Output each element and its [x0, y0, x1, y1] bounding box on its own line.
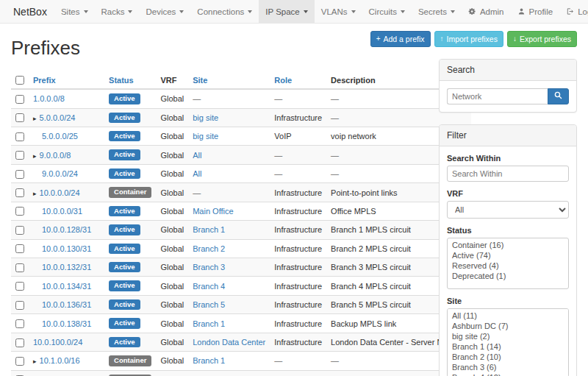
expand-icon[interactable]: ▸ — [33, 152, 37, 160]
filter-option[interactable]: Branch 1 (14) — [449, 341, 567, 352]
status-badge: Active — [109, 93, 140, 104]
prefix-link[interactable]: 10.1.0.0/16 — [40, 356, 80, 365]
row-checkbox[interactable] — [15, 319, 24, 328]
row-checkbox[interactable] — [15, 113, 24, 122]
prefix-link[interactable]: 10.0.0.0/31 — [42, 207, 82, 216]
column-header-vrf: VRF — [156, 71, 188, 89]
table-row: 10.0.0.0/31ActiveGlobalMain OfficeInfras… — [11, 202, 471, 220]
row-checkbox[interactable] — [15, 301, 24, 310]
chevron-down-icon — [351, 10, 356, 13]
search-button[interactable] — [548, 88, 569, 104]
chevron-down-icon — [128, 10, 132, 13]
nav-item-sites[interactable]: Sites — [54, 0, 95, 23]
row-checkbox[interactable] — [15, 226, 24, 235]
site-link[interactable]: big site — [193, 132, 218, 141]
status-multiselect[interactable]: Container (16)Active (74)Reserved (4)Dep… — [447, 238, 569, 289]
filter-option[interactable]: Deprecated (1) — [449, 271, 567, 281]
site-link[interactable]: Branch 1 — [193, 225, 225, 234]
row-checkbox[interactable] — [15, 207, 24, 216]
prefix-link[interactable]: 10.0.0.128/31 — [42, 225, 91, 234]
site-cell: big site — [188, 127, 270, 145]
nav-item-devices[interactable]: Devices — [139, 0, 190, 23]
site-link[interactable]: Main Office — [193, 207, 233, 216]
nav-item-label: Connections — [197, 7, 244, 16]
filter-option[interactable]: Reserved (4) — [449, 260, 567, 271]
row-checkbox[interactable] — [15, 338, 24, 347]
site-link[interactable]: Branch 1 — [193, 356, 225, 365]
row-checkbox[interactable] — [15, 151, 24, 160]
nav-item-ip-space[interactable]: IP Space — [259, 0, 314, 23]
nav-item-secrets[interactable]: Secrets — [412, 0, 462, 23]
filter-option[interactable]: Branch 3 (6) — [449, 362, 567, 372]
vrf-filter-label: VRF — [447, 189, 569, 198]
site-link[interactable]: big site — [193, 113, 218, 122]
row-checkbox[interactable] — [15, 357, 24, 366]
profile-link[interactable]: Profile — [511, 0, 560, 23]
prefix-link[interactable]: 10.0.0.132/31 — [42, 263, 91, 272]
vrf-select[interactable]: All — [447, 201, 569, 219]
export-prefixes-button[interactable]: ↓ Export prefixes — [507, 31, 577, 47]
site-link[interactable]: Branch 1 — [193, 319, 225, 328]
row-checkbox[interactable] — [15, 263, 24, 272]
row-checkbox[interactable] — [15, 170, 24, 179]
role-cell: Infrastructure — [270, 202, 326, 220]
site-link[interactable]: Branch 2 — [193, 244, 225, 253]
column-header-role[interactable]: Role — [270, 71, 326, 89]
nav-item-connections[interactable]: Connections — [190, 0, 259, 23]
filter-option[interactable]: All (11) — [449, 311, 567, 321]
prefix-link[interactable]: 10.0.0.138/31 — [42, 319, 91, 328]
prefix-link[interactable]: 10.0.0.134/31 — [42, 282, 91, 291]
upload-icon: ↑ — [440, 35, 444, 43]
expand-icon[interactable]: ▸ — [33, 190, 37, 197]
prefix-link[interactable]: 9.0.0.0/24 — [42, 169, 78, 178]
prefix-link[interactable]: 10.0.0.130/31 — [42, 244, 91, 253]
logout-link[interactable]: Log out — [559, 0, 588, 23]
column-header-prefix[interactable]: Prefix — [29, 71, 104, 89]
row-checkbox[interactable] — [15, 95, 24, 104]
prefix-link[interactable]: 1.0.0.0/8 — [33, 94, 65, 103]
prefix-link[interactable]: 10.0.100.0/24 — [33, 338, 82, 347]
site-link[interactable]: London Data Center — [193, 338, 265, 347]
filter-option[interactable]: Container (16) — [449, 240, 567, 250]
column-header-site[interactable]: Site — [188, 71, 270, 89]
site-link[interactable]: All — [193, 169, 201, 178]
filter-option[interactable]: big site (2) — [449, 331, 567, 341]
site-link[interactable]: Branch 5 — [193, 300, 225, 309]
table-row: 5.0.0.0/25ActiveGlobalbig siteVoIPvoip n… — [11, 127, 471, 145]
prefix-link[interactable]: 5.0.0.0/24 — [40, 113, 76, 122]
status-filter-label: Status — [447, 226, 569, 235]
nav-item-racks[interactable]: Racks — [95, 0, 140, 23]
prefix-link[interactable]: 5.0.0.0/25 — [42, 132, 78, 141]
prefix-link[interactable]: 10.0.0.0/24 — [40, 188, 80, 197]
user-icon — [517, 7, 526, 15]
status-badge: Active — [109, 149, 140, 160]
column-header-status[interactable]: Status — [104, 71, 156, 89]
search-within-input[interactable] — [447, 166, 569, 182]
nav-item-vlans[interactable]: VLANs — [315, 0, 362, 23]
expand-icon[interactable]: ▸ — [33, 115, 37, 122]
search-input[interactable] — [447, 88, 548, 104]
app-brand[interactable]: NetBox — [6, 0, 54, 23]
expand-icon[interactable]: ▸ — [33, 358, 37, 365]
row-checkbox[interactable] — [15, 244, 24, 253]
select-all-checkbox[interactable] — [15, 76, 24, 85]
filter-option[interactable]: Branch 2 (10) — [449, 352, 567, 362]
site-link[interactable]: Branch 3 — [193, 263, 225, 272]
add-prefix-button[interactable]: + Add a prefix — [370, 31, 431, 47]
row-checkbox[interactable] — [15, 132, 24, 141]
prefix-link[interactable]: 10.0.0.136/31 — [42, 300, 91, 309]
filter-option[interactable]: Ashburn DC (7) — [449, 321, 567, 331]
admin-link[interactable]: Admin — [462, 0, 511, 23]
row-checkbox[interactable] — [15, 282, 24, 291]
nav-item-circuits[interactable]: Circuits — [362, 0, 412, 23]
table-row: ▸10.1.0.0/16ContainerGlobalBranch 1—— — [11, 352, 471, 370]
row-checkbox[interactable] — [15, 188, 24, 197]
filter-option[interactable]: Active (74) — [449, 250, 567, 260]
site-link[interactable]: Branch 4 — [193, 282, 225, 291]
vrf-cell: Global — [156, 333, 188, 351]
prefix-link[interactable]: 9.0.0.0/8 — [40, 151, 71, 160]
import-prefixes-button[interactable]: ↑ Import prefixes — [434, 31, 503, 47]
site-multiselect[interactable]: All (11)Ashburn DC (7)big site (2)Branch… — [447, 308, 569, 376]
filter-option[interactable]: Branch 4 (12) — [449, 372, 567, 376]
site-link[interactable]: All — [193, 151, 201, 160]
